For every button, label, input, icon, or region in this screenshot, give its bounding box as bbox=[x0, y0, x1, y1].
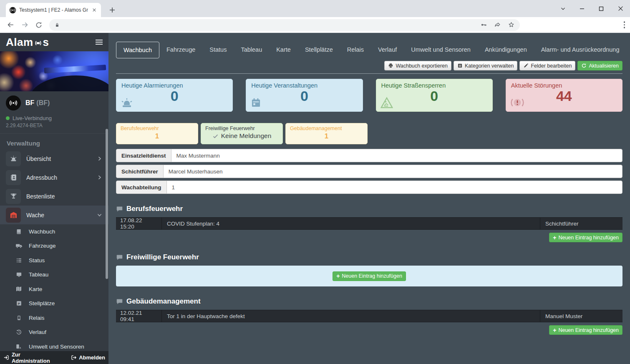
field-label: Schichtführer bbox=[116, 165, 164, 178]
category-count: 1 bbox=[121, 132, 194, 141]
field-einsatzleitdienst: Einsatzleitdienst Max Mustermann bbox=[116, 149, 622, 162]
key-icon[interactable] bbox=[480, 21, 487, 28]
entry-text: COVID Stufenplan: 4 bbox=[162, 218, 540, 229]
sidebar-item-uebersicht[interactable]: Übersicht bbox=[0, 149, 108, 168]
tab-alarm-ausrueckeordnung[interactable]: Alarm- und Ausrückeordnung bbox=[534, 42, 627, 58]
tab-verlauf[interactable]: Verlauf bbox=[371, 42, 404, 58]
new-tab-icon[interactable] bbox=[107, 5, 118, 15]
firestation-icon bbox=[6, 208, 21, 223]
tab-wachbuch[interactable]: Wachbuch bbox=[116, 42, 159, 58]
maximize-icon[interactable] bbox=[592, 0, 611, 17]
hamburger-menu-icon[interactable] bbox=[96, 40, 103, 45]
back-icon[interactable] bbox=[4, 19, 17, 31]
field-input[interactable]: Marcel Musterhausen bbox=[164, 165, 622, 178]
svg-text:P: P bbox=[18, 302, 20, 306]
browser-toolbar bbox=[0, 17, 630, 33]
edit-fields-button[interactable]: Felder bearbeiten bbox=[519, 61, 575, 70]
sidebar-item-label: Tableau bbox=[29, 271, 48, 278]
empty-entries-panel: + Neuen Eintrag hinzufügen bbox=[116, 266, 622, 286]
car-silhouette bbox=[30, 75, 108, 91]
sidebar-item-fahrzeuge[interactable]: Fahrzeuge bbox=[0, 239, 108, 254]
sidebar-item-label: Bestenliste bbox=[26, 193, 55, 200]
field-input[interactable]: 1 bbox=[167, 181, 622, 193]
printer-icon bbox=[388, 63, 393, 68]
tab-umwelt-sensoren[interactable]: Umwelt und Sensoren bbox=[404, 42, 478, 58]
address-bar[interactable] bbox=[49, 19, 520, 31]
sidebar-item-bestenliste[interactable]: Bestenliste bbox=[0, 187, 108, 206]
truck-icon bbox=[15, 242, 23, 249]
refresh-button[interactable]: Aktualisieren bbox=[577, 61, 622, 70]
sidebar-item-label: Fahrzeuge bbox=[29, 243, 56, 249]
stat-value: 0 bbox=[251, 89, 357, 104]
reload-icon[interactable] bbox=[33, 19, 45, 31]
category-count: 1 bbox=[290, 132, 363, 141]
close-icon[interactable] bbox=[611, 0, 630, 17]
browser-window: Testsystem1 | FE2 - Alamos GmbH bbox=[0, 0, 630, 364]
add-entry-button[interactable]: + Neuen Eintrag hinzufügen bbox=[549, 233, 622, 242]
unit-abbr: (BF) bbox=[36, 99, 50, 106]
forward-icon[interactable] bbox=[18, 19, 31, 31]
export-wachbuch-button[interactable]: Wachbuch exportieren bbox=[384, 61, 451, 70]
tab-close-icon[interactable] bbox=[91, 7, 98, 13]
plus-icon: + bbox=[553, 327, 556, 333]
sidebar-item-karte[interactable]: Karte bbox=[0, 282, 108, 296]
broadcast-logo-icon bbox=[34, 38, 43, 47]
nav-section-title: Verwaltung bbox=[0, 133, 108, 149]
add-entry-button[interactable]: + Neuen Eintrag hinzufügen bbox=[549, 325, 622, 335]
police-night-photo bbox=[0, 51, 108, 91]
entries-table: 12.02.21 09:41 Tor 1 in der Hauptwache d… bbox=[116, 310, 622, 322]
stat-value: 0 bbox=[381, 89, 487, 104]
table-row[interactable]: 12.02.21 09:41 Tor 1 in der Hauptwache d… bbox=[116, 310, 622, 322]
tab-stellplaetze[interactable]: Stellplätze bbox=[298, 42, 340, 58]
sidebar-item-wachbuch[interactable]: Wachbuch bbox=[0, 224, 108, 239]
sidebar-item-relais[interactable]: Relais bbox=[0, 311, 108, 325]
browser-tab[interactable]: Testsystem1 | FE2 - Alamos GmbH bbox=[6, 3, 101, 17]
section-gebaeudemanagement: Gebäudemanagement 12.02.21 09:41 Tor 1 i… bbox=[116, 297, 622, 335]
category-card-berufsfeuerwehr[interactable]: Berufsfeuerwehr 1 bbox=[116, 123, 198, 144]
sidebar-item-status[interactable]: Status bbox=[0, 253, 108, 268]
siren-icon bbox=[121, 98, 133, 108]
alamos-logo: Alam s bbox=[6, 36, 49, 49]
unit-block: BF(BF) Live-Verbindung 2.29.4274-BETA bbox=[0, 91, 108, 133]
addressbook-icon bbox=[6, 170, 21, 185]
unit-name: BF bbox=[25, 99, 34, 106]
sidebar-item-adressbuch[interactable]: Adressbuch bbox=[0, 168, 108, 187]
status-list-icon bbox=[15, 257, 23, 264]
tab-status[interactable]: Status bbox=[202, 42, 234, 58]
stat-value: 0 bbox=[121, 89, 227, 104]
logout-arrow-icon bbox=[71, 354, 77, 361]
tab-tableau[interactable]: Tableau bbox=[234, 42, 269, 58]
tab-karte[interactable]: Karte bbox=[269, 42, 298, 58]
logo-text-suffix: s bbox=[43, 36, 49, 49]
category-cards: Berufsfeuerwehr 1 Freiwillige Feuerwehr … bbox=[116, 123, 622, 144]
minimize-icon[interactable] bbox=[572, 0, 592, 17]
logout-link[interactable]: Abmelden bbox=[71, 354, 105, 361]
manage-categories-button[interactable]: Kategorien verwalten bbox=[454, 61, 517, 70]
sidebar-scrollbar[interactable] bbox=[106, 129, 108, 279]
add-entry-button[interactable]: + Neuen Eintrag hinzufügen bbox=[333, 271, 406, 281]
sidebar-item-wache[interactable]: Wache bbox=[0, 206, 108, 224]
category-card-freiwillige-feuerwehr[interactable]: Freiwillige Feuerwehr Keine Meldungen bbox=[201, 123, 283, 144]
tab-relais[interactable]: Relais bbox=[340, 42, 371, 58]
sidebar-item-tableau[interactable]: Tableau bbox=[0, 268, 108, 282]
sidebar-item-verlauf[interactable]: Verlauf bbox=[0, 325, 108, 340]
header-divider bbox=[116, 73, 622, 74]
speech-bubble-icon bbox=[116, 206, 123, 213]
category-card-gebaeudemanagement[interactable]: Gebäudemanagement 1 bbox=[285, 123, 368, 144]
field-input[interactable]: Max Mustermann bbox=[171, 149, 622, 162]
window-chevron-icon[interactable] bbox=[553, 0, 572, 17]
tab-ankuendigungen[interactable]: Ankündigungen bbox=[478, 42, 534, 58]
address-bar-actions bbox=[480, 21, 515, 28]
table-row[interactable]: 17.08.22 15:20 COVID Stufenplan: 4 Schic… bbox=[116, 218, 622, 229]
sidebar-item-stellplaetze[interactable]: P Stellplätze bbox=[0, 296, 108, 311]
tab-fahrzeuge[interactable]: Fahrzeuge bbox=[159, 42, 202, 58]
admin-link[interactable]: Zur Administration bbox=[3, 351, 60, 364]
star-icon[interactable] bbox=[508, 21, 515, 28]
list-icon bbox=[457, 63, 463, 68]
entry-text: Tor 1 in der Hauptwache defekt bbox=[162, 310, 540, 322]
share-icon[interactable] bbox=[494, 21, 501, 28]
connection-status-label: Live-Verbindung bbox=[13, 115, 52, 121]
stat-cards: Heutige Alarmierungen 0 Heutige Veransta… bbox=[116, 79, 622, 112]
trophy-icon bbox=[6, 189, 21, 204]
kebab-menu-icon[interactable] bbox=[624, 21, 625, 28]
